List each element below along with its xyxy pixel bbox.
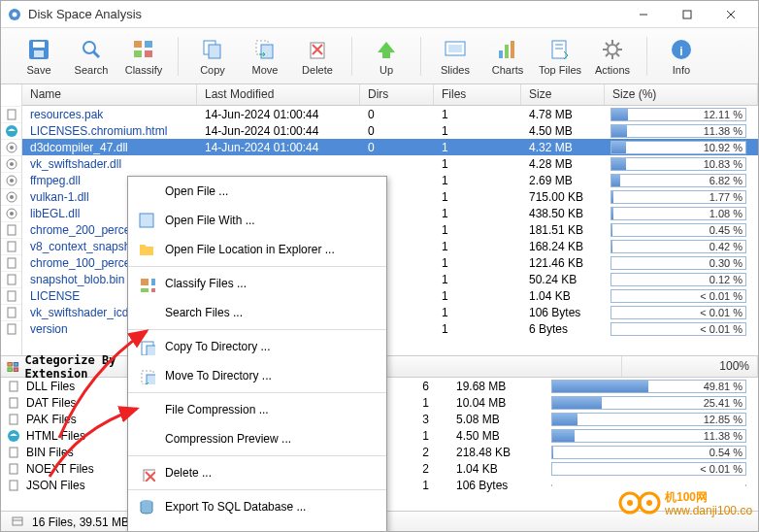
cell-files: 1 [434,222,521,238]
table-row[interactable]: vk_swiftshader.dll14.28 MB10.83 % [22,155,758,172]
file-type-icon [1,205,21,221]
svg-rect-61 [10,464,17,474]
table-row[interactable]: d3dcompiler_47.dll14-Jun-2024 01:00:4401… [22,139,758,155]
file-type-icon [1,139,21,155]
cell-files: 1 [434,239,521,254]
svg-point-42 [10,195,14,199]
toolbar-charts-button[interactable]: Charts [481,30,534,83]
svg-rect-53 [14,362,17,366]
svg-rect-23 [448,45,462,52]
table-row[interactable]: resources.pak14-Jun-2024 01:00:44014.78 … [22,106,758,122]
menu-item[interactable]: Copy Names To Clipboard ... [128,521,386,532]
close-button[interactable] [709,1,752,28]
svg-point-30 [608,45,617,54]
cell-size: 168.24 KB [521,239,605,254]
svg-rect-11 [134,41,142,48]
cell-pct: < 0.01 % [605,289,758,303]
cell-files: 1 [434,189,521,205]
cell-size: 121.46 KB [521,255,605,271]
col-dirs[interactable]: Dirs [360,84,434,105]
menu-item[interactable]: Open File Location in Explorer ... [128,235,386,264]
svg-rect-67 [151,279,155,285]
cell-name: resources.pak [22,107,197,122]
svg-rect-13 [134,50,142,57]
maximize-button[interactable] [665,1,709,28]
cell-name: vk_swiftshader.dll [22,156,197,172]
status-icon [11,515,24,531]
svg-rect-65 [140,214,153,227]
file-table-header: Name Last Modified Dirs Files Size Size … [22,84,758,106]
toolbar-move-button[interactable]: Move [239,30,291,83]
file-gutter [1,84,22,355]
cell-size: 4.78 MB [521,107,605,122]
toolbar-search-button[interactable]: Search [65,30,117,83]
cell-files: 1 [434,206,521,221]
col-size-pct[interactable]: Size (%) [605,84,758,105]
blank-icon [138,430,155,448]
menu-item[interactable]: File Compression ... [128,395,386,424]
toolbar-info-button[interactable]: iInfo [655,30,708,83]
svg-rect-48 [8,275,16,284]
table-row[interactable]: LICENSES.chromium.html14-Jun-2024 01:00:… [22,122,758,139]
svg-point-44 [10,212,14,216]
svg-rect-33 [8,110,16,119]
col-size[interactable]: Size [521,84,605,105]
file-type-icon [1,221,21,238]
svg-rect-49 [8,291,16,301]
svg-line-10 [93,51,99,57]
toolbar-actions-button[interactable]: Actions [586,30,639,83]
cell-size: 50.24 KB [521,272,605,287]
toolbar: SaveSearchClassifyCopyMoveDeleteUpSlides… [1,28,758,84]
toolbar-top files-button[interactable]: Top Files [534,30,586,83]
file-type-icon [1,155,21,172]
cell-size: 106 Bytes [521,305,605,320]
minimize-button[interactable] [621,1,665,28]
menu-item[interactable]: Export To SQL Database ... [128,492,386,521]
cell-pct: < 0.01 % [605,322,758,336]
blank-icon [138,401,155,418]
toolbar-delete-button[interactable]: Delete [291,30,344,83]
file-type-icon [1,172,21,188]
cell-pct: 0.42 % [605,240,758,253]
cell-pct: 6.82 % [605,174,758,187]
menu-item[interactable]: Open File ... [128,177,386,206]
cell-pct: 0.12 % [605,273,758,286]
menu-item[interactable]: Move To Directory ... [128,361,386,390]
svg-point-81 [646,500,652,506]
cell-name: LICENSES.chromium.html [22,123,197,139]
file-type-icon [1,106,21,122]
db-icon [138,498,155,515]
svg-rect-26 [511,41,514,58]
menu-item[interactable]: Open File With ... [128,206,386,235]
svg-point-40 [10,179,14,183]
svg-point-80 [627,500,633,506]
menu-item[interactable]: Classify Files ... [128,269,386,298]
cell-size: 181.51 KB [521,222,605,238]
svg-point-38 [10,162,14,166]
toolbar-save-button[interactable]: Save [13,30,65,83]
menu-item[interactable]: Copy To Directory ... [128,332,386,361]
svg-rect-63 [13,517,22,525]
col-files[interactable]: Files [434,84,521,105]
cell-dirs: 0 [360,140,434,155]
app-icon [138,212,155,229]
cell-modified: 14-Jun-2024 01:00:44 [197,140,360,155]
svg-rect-71 [147,346,155,355]
col-modified[interactable]: Last Modified [197,84,360,105]
menu-item[interactable]: Compression Preview ... [128,424,386,453]
toolbar-slides-button[interactable]: Slides [429,30,481,83]
col-name[interactable]: Name [22,84,197,105]
svg-rect-47 [8,258,16,268]
blank-icon [138,183,155,200]
menu-item[interactable]: Search Files ... [128,298,386,327]
toolbar-up-button[interactable]: Up [360,30,412,83]
cell-pct: 0.30 % [605,256,758,270]
catcol-pct[interactable]: 100% [622,356,758,377]
cell-pct: 1.08 % [605,207,758,220]
cell-pct: < 0.01 % [605,306,758,319]
cell-pct: 1.77 % [605,190,758,204]
toolbar-copy-button[interactable]: Copy [186,30,239,83]
toolbar-classify-button[interactable]: Classify [117,30,170,83]
file-type-icon [1,271,21,287]
menu-item[interactable]: Delete ... [128,458,386,487]
